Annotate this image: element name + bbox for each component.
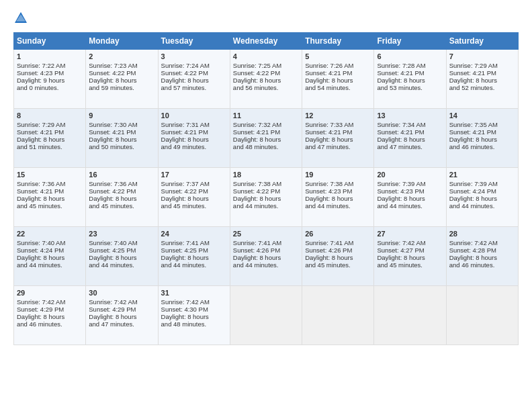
day-info-line: Sunrise: 7:36 AM	[17, 180, 83, 187]
day-info-line: Sunset: 4:29 PM	[89, 306, 154, 313]
day-number: 7	[449, 52, 515, 60]
day-number: 11	[233, 111, 299, 120]
calendar-day-cell: 26Sunrise: 7:41 AMSunset: 4:26 PMDayligh…	[302, 227, 374, 286]
calendar-day-cell: 9Sunrise: 7:30 AMSunset: 4:21 PMDaylight…	[86, 109, 158, 168]
day-info-line: Sunrise: 7:37 AM	[161, 180, 227, 187]
day-info-line: Daylight: 8 hours	[377, 254, 443, 261]
calendar-day-cell: 5Sunrise: 7:26 AMSunset: 4:21 PMDaylight…	[302, 50, 374, 109]
day-info-line: Sunset: 4:22 PM	[233, 187, 299, 195]
day-info-line: Daylight: 8 hours	[377, 77, 443, 84]
calendar-day-cell: 30Sunrise: 7:42 AMSunset: 4:29 PMDayligh…	[86, 286, 158, 345]
page-header	[13, 11, 519, 26]
day-info-line: and 49 minutes.	[161, 143, 227, 150]
day-number: 8	[17, 111, 83, 120]
day-info-line: and 46 minutes.	[449, 143, 515, 150]
day-info-line: Sunset: 4:26 PM	[233, 246, 299, 254]
weekday-header: Monday	[86, 33, 158, 50]
day-number: 16	[89, 171, 154, 179]
weekday-header: Thursday	[302, 33, 374, 50]
calendar-day-cell: 18Sunrise: 7:38 AMSunset: 4:22 PMDayligh…	[230, 168, 302, 227]
day-info-line: Daylight: 8 hours	[305, 136, 371, 143]
day-number: 18	[233, 171, 299, 179]
calendar-day-cell: 27Sunrise: 7:42 AMSunset: 4:27 PMDayligh…	[374, 227, 446, 286]
day-info-line: Sunset: 4:22 PM	[89, 69, 154, 77]
calendar-week-row: 29Sunrise: 7:42 AMSunset: 4:29 PMDayligh…	[14, 286, 519, 345]
day-info-line: Sunset: 4:21 PM	[305, 128, 371, 136]
weekday-header: Sunday	[14, 33, 86, 50]
day-info-line: Sunrise: 7:29 AM	[449, 62, 515, 69]
calendar-header-row: SundayMondayTuesdayWednesdayThursdayFrid…	[14, 33, 519, 50]
day-info-line: and 44 minutes.	[161, 261, 227, 269]
day-info-line: Sunset: 4:25 PM	[161, 246, 227, 254]
day-info-line: Daylight: 8 hours	[17, 136, 83, 143]
day-info-line: Daylight: 8 hours	[17, 313, 83, 320]
day-info-line: Daylight: 8 hours	[233, 195, 299, 202]
calendar-day-cell: 2Sunrise: 7:23 AMSunset: 4:22 PMDaylight…	[86, 50, 158, 109]
calendar-day-cell: 22Sunrise: 7:40 AMSunset: 4:24 PMDayligh…	[14, 227, 86, 286]
calendar-day-cell: 1Sunrise: 7:22 AMSunset: 4:23 PMDaylight…	[14, 50, 86, 109]
day-info-line: Sunrise: 7:40 AM	[17, 239, 83, 246]
day-info-line: Sunrise: 7:42 AM	[17, 298, 83, 306]
day-info-line: Sunset: 4:29 PM	[17, 306, 83, 313]
day-info-line: Sunset: 4:23 PM	[305, 187, 371, 195]
calendar-body: 1Sunrise: 7:22 AMSunset: 4:23 PMDaylight…	[14, 50, 519, 345]
day-info-line: Sunrise: 7:41 AM	[233, 239, 299, 246]
day-number: 28	[449, 230, 515, 238]
day-info-line: and 56 minutes.	[233, 84, 299, 91]
day-info-line: and 51 minutes.	[17, 143, 83, 150]
day-info-line: and 54 minutes.	[305, 84, 371, 91]
day-number: 31	[161, 289, 227, 297]
day-info-line: Daylight: 8 hours	[161, 313, 227, 320]
day-info-line: Sunrise: 7:40 AM	[89, 239, 154, 246]
day-info-line: Daylight: 8 hours	[17, 195, 83, 202]
day-info-line: Daylight: 8 hours	[89, 136, 154, 143]
day-info-line: Daylight: 8 hours	[449, 195, 515, 202]
calendar-day-cell: 11Sunrise: 7:32 AMSunset: 4:21 PMDayligh…	[230, 109, 302, 168]
calendar-day-cell: 31Sunrise: 7:42 AMSunset: 4:30 PMDayligh…	[158, 286, 230, 345]
day-info-line: and 44 minutes.	[89, 261, 154, 269]
day-info-line: Sunset: 4:21 PM	[161, 128, 227, 136]
svg-marker-1	[16, 14, 26, 21]
calendar-day-cell: 21Sunrise: 7:39 AMSunset: 4:24 PMDayligh…	[446, 168, 518, 227]
day-info-line: and 44 minutes.	[449, 202, 515, 210]
day-info-line: Sunrise: 7:39 AM	[377, 180, 443, 187]
day-info-line: Daylight: 8 hours	[233, 254, 299, 261]
day-number: 3	[161, 52, 227, 60]
day-info-line: Daylight: 8 hours	[377, 136, 443, 143]
day-info-line: Sunrise: 7:34 AM	[377, 121, 443, 128]
calendar-day-cell: 16Sunrise: 7:36 AMSunset: 4:22 PMDayligh…	[86, 168, 158, 227]
day-info-line: Sunset: 4:26 PM	[305, 246, 371, 254]
day-info-line: Sunrise: 7:38 AM	[233, 180, 299, 187]
calendar-day-cell: 3Sunrise: 7:24 AMSunset: 4:22 PMDaylight…	[158, 50, 230, 109]
calendar-day-cell: 29Sunrise: 7:42 AMSunset: 4:29 PMDayligh…	[14, 286, 86, 345]
weekday-header: Friday	[374, 33, 446, 50]
day-info-line: and 45 minutes.	[377, 261, 443, 269]
day-number: 30	[89, 289, 154, 297]
day-info-line: and 46 minutes.	[17, 320, 83, 328]
day-info-line: and 52 minutes.	[449, 84, 515, 91]
day-info-line: and 47 minutes.	[305, 143, 371, 150]
day-info-line: Sunrise: 7:42 AM	[89, 298, 154, 306]
calendar-day-cell	[230, 286, 302, 345]
day-number: 27	[377, 230, 443, 238]
day-info-line: Sunset: 4:22 PM	[161, 69, 227, 77]
calendar-week-row: 1Sunrise: 7:22 AMSunset: 4:23 PMDaylight…	[14, 50, 519, 109]
day-info-line: Sunset: 4:22 PM	[233, 69, 299, 77]
day-info-line: Sunset: 4:21 PM	[233, 128, 299, 136]
day-number: 6	[377, 52, 443, 60]
day-number: 21	[449, 171, 515, 179]
calendar-day-cell: 28Sunrise: 7:42 AMSunset: 4:28 PMDayligh…	[446, 227, 518, 286]
day-number: 20	[377, 171, 443, 179]
day-info-line: Sunrise: 7:25 AM	[233, 62, 299, 69]
day-info-line: Daylight: 8 hours	[305, 254, 371, 261]
day-info-line: and 45 minutes.	[89, 202, 154, 210]
day-info-line: Sunrise: 7:28 AM	[377, 62, 443, 69]
day-info-line: and 57 minutes.	[161, 84, 227, 91]
day-number: 17	[161, 171, 227, 179]
day-info-line: and 44 minutes.	[377, 202, 443, 210]
logo	[13, 11, 31, 26]
day-number: 9	[89, 111, 154, 120]
day-info-line: Sunset: 4:21 PM	[17, 187, 83, 195]
calendar-day-cell: 25Sunrise: 7:41 AMSunset: 4:26 PMDayligh…	[230, 227, 302, 286]
day-info-line: Daylight: 8 hours	[89, 77, 154, 84]
